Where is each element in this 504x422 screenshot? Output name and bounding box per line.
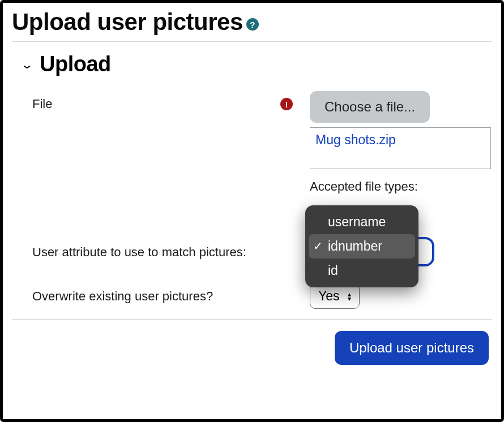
attribute-option-idnumber[interactable]: ✓ idnumber (309, 234, 415, 259)
overwrite-value: Yes (318, 288, 340, 304)
section-title: Upload (40, 52, 111, 76)
check-icon: ✓ (313, 239, 323, 253)
page-title: Upload user pictures (12, 8, 243, 36)
accepted-types-heading: Accepted file types: (310, 179, 418, 194)
required-icon: ! (280, 98, 293, 110)
updown-icon: ▴▾ (348, 292, 351, 301)
attribute-dropdown-popover: username ✓ idnumber id (305, 205, 418, 287)
choose-file-button[interactable]: Choose a file... (310, 91, 430, 123)
attribute-label: User attribute to use to match pictures: (32, 245, 246, 260)
submit-button[interactable]: Upload user pictures (335, 331, 489, 365)
attribute-option-username[interactable]: username (309, 210, 415, 234)
attribute-option-id[interactable]: id (309, 259, 415, 283)
file-drop-area[interactable]: Mug shots.zip (310, 127, 491, 169)
overwrite-label: Overwrite existing user pictures? (32, 289, 213, 304)
chevron-down-icon: ⌄ (20, 58, 34, 71)
help-icon[interactable]: ? (246, 18, 259, 31)
section-toggle[interactable]: ⌄ Upload (22, 52, 492, 76)
uploaded-file-link[interactable]: Mug shots.zip (315, 132, 396, 147)
file-label: File (32, 97, 52, 111)
